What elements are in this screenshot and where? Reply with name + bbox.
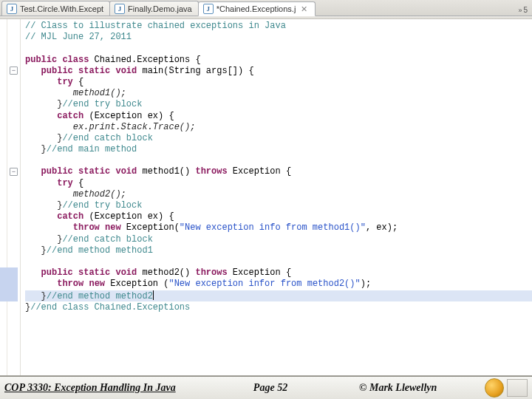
code-line: method1();	[25, 88, 532, 99]
editor-area: −−− // Class to illustrate chained excep…	[0, 19, 532, 375]
editor-tab[interactable]: JFinally.Demo.java	[109, 1, 199, 16]
tab-label: *Chained.Exceptions.j	[216, 4, 296, 13]
code-line: public static void method1() throws Exce…	[25, 166, 532, 177]
code-line: try {	[25, 77, 532, 88]
code-line: }//end method method1	[25, 245, 532, 256]
java-file-icon: J	[203, 4, 214, 14]
code-line: throw new Exception("New exception info …	[25, 222, 532, 233]
close-icon[interactable]: ✕	[299, 4, 309, 14]
code-line: try {	[25, 178, 532, 189]
code-line: catch (Exception ex) {	[25, 211, 532, 222]
java-file-icon: J	[7, 4, 17, 14]
code-line: public class Chained.Exceptions {	[25, 55, 532, 66]
code-line	[25, 256, 532, 267]
code-line	[25, 43, 532, 54]
tab-label: Finally.Demo.java	[128, 4, 192, 13]
code-line: }//end catch block	[25, 133, 532, 144]
code-line: public static void main(String args[]) {	[25, 66, 532, 77]
fold-toggle-icon[interactable]: −	[10, 168, 18, 176]
slide-footer: COP 3330: Exception Handling In Java Pag…	[0, 375, 532, 399]
overflow-count: 5	[523, 6, 528, 14]
code-line: }//end try block	[25, 99, 532, 110]
footer-button[interactable]	[507, 379, 528, 397]
code-line: method2();	[25, 189, 532, 200]
footer-page-number: Page 52	[211, 382, 330, 394]
editor-tab[interactable]: J*Chained.Exceptions.j✕	[198, 1, 316, 16]
footer-copyright: © Mark Llewellyn	[330, 382, 480, 394]
ucf-logo-icon	[485, 378, 504, 398]
code-line: public static void method2() throws Exce…	[25, 267, 532, 279]
code-line: }//end try block	[25, 200, 532, 211]
code-line: }//end main method	[25, 144, 532, 155]
code-line: }//end catch block	[25, 234, 532, 245]
editor-tab[interactable]: JTest.Circle.With.Except	[1, 1, 110, 16]
tab-overflow-button[interactable]: »5	[514, 4, 532, 16]
tab-label: Test.Circle.With.Except	[20, 4, 103, 13]
code-line: // Class to illustrate chained exception…	[25, 21, 532, 32]
code-editor[interactable]: // Class to illustrate chained exception…	[21, 19, 532, 375]
code-line: catch (Exception ex) {	[25, 111, 532, 122]
code-line: throw new Exception ("New exception info…	[25, 279, 532, 290]
code-line: }//end method method2	[25, 290, 532, 301]
code-line: ex.print.Stack.Trace();	[25, 122, 532, 133]
fold-toggle-icon[interactable]: −	[10, 66, 18, 75]
editor-tabbar: JTest.Circle.With.ExceptJFinally.Demo.ja…	[0, 0, 532, 16]
selection-marker	[0, 267, 18, 301]
fold-ruler: −−−	[7, 19, 21, 375]
chevrons-icon: »	[518, 7, 522, 14]
java-file-icon: J	[115, 4, 125, 14]
marker-bar	[0, 19, 7, 375]
footer-course-title: COP 3330: Exception Handling In Java	[4, 382, 211, 394]
code-line: }//end class Chained.Exceptions	[25, 302, 532, 313]
code-line	[25, 155, 532, 166]
code-line: // MJL June 27, 2011	[25, 32, 532, 43]
